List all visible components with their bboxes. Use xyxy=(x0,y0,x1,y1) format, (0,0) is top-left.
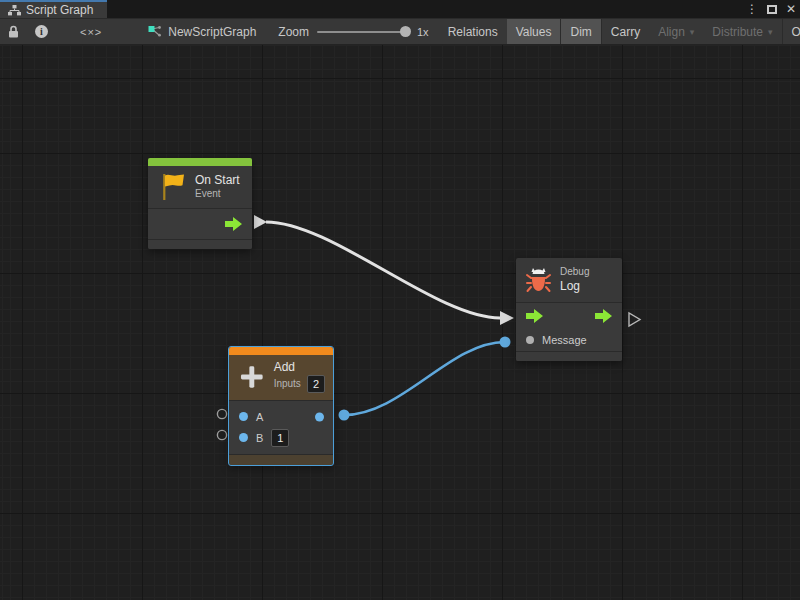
node-on-start[interactable]: On Start Event xyxy=(148,158,252,249)
node-footer xyxy=(229,455,333,465)
sum-output-port[interactable] xyxy=(315,412,324,421)
port-row-a: A xyxy=(229,406,333,427)
graph-canvas[interactable]: On Start Event Add xyxy=(0,45,800,600)
port-a-label: A xyxy=(256,411,263,423)
node-subtitle: Event xyxy=(195,188,240,201)
carry-button[interactable]: Carry xyxy=(602,19,649,44)
node-title: Add xyxy=(274,360,325,375)
info-button[interactable]: i xyxy=(27,19,56,44)
align-label: Align xyxy=(658,25,685,39)
zoom-value: 1x xyxy=(417,26,429,38)
distribute-dropdown[interactable]: Distribute ▾ xyxy=(703,19,781,44)
zoom-slider[interactable] xyxy=(317,31,409,33)
exec-output-unconnected-marker[interactable] xyxy=(629,313,640,326)
maximize-icon[interactable] xyxy=(767,5,777,14)
port-row-b: B 1 xyxy=(229,427,333,448)
node-header: On Start Event xyxy=(148,166,252,208)
overview-button[interactable]: Overview xyxy=(783,19,800,44)
node-ports xyxy=(148,208,252,240)
relations-button[interactable]: Relations xyxy=(439,19,507,44)
node-header: Add Inputs 2 xyxy=(229,355,333,400)
zoom-control: Zoom 1x xyxy=(266,19,436,44)
plus-icon xyxy=(239,364,265,390)
port-a-input[interactable] xyxy=(239,412,248,421)
exec-output-port[interactable] xyxy=(595,309,612,323)
node-footer xyxy=(148,240,252,249)
wires-layer xyxy=(0,45,800,600)
chevron-down-icon: ▾ xyxy=(768,27,773,37)
exec-output-port[interactable] xyxy=(225,217,242,231)
flag-icon xyxy=(160,172,186,201)
exec-output-connected-marker[interactable] xyxy=(254,215,267,229)
port-b-value-field[interactable]: 1 xyxy=(271,429,289,447)
value-output-connected-marker[interactable] xyxy=(339,410,350,421)
port-a-external-socket[interactable] xyxy=(217,409,226,418)
graph-hierarchy-icon xyxy=(8,5,21,16)
message-input-port[interactable] xyxy=(526,336,534,344)
carry-label: Carry xyxy=(611,25,640,39)
align-dropdown[interactable]: Align ▾ xyxy=(649,19,703,44)
close-icon[interactable]: ✕ xyxy=(786,3,796,15)
window-controls: ⋮ ✕ xyxy=(746,0,796,18)
tab-script-graph[interactable]: Script Graph xyxy=(0,0,107,18)
event-accent-bar xyxy=(148,158,252,166)
code-preview-button[interactable]: <×> xyxy=(56,19,126,44)
node-add[interactable]: Add Inputs 2 A B 1 xyxy=(229,347,333,465)
inputs-count-field[interactable]: 2 xyxy=(307,375,325,393)
inputs-label: Inputs xyxy=(274,378,301,391)
code-icon: <×> xyxy=(80,26,102,38)
node-surtitle: Debug xyxy=(560,266,589,279)
message-label: Message xyxy=(542,334,587,346)
lock-button[interactable] xyxy=(0,19,27,44)
distribute-label: Distribute xyxy=(712,25,763,39)
wire-arrowhead-icon xyxy=(500,311,514,325)
zoom-slider-handle[interactable] xyxy=(400,26,411,37)
message-port-row: Message xyxy=(516,329,622,351)
relations-label: Relations xyxy=(448,25,498,39)
math-accent-bar xyxy=(229,347,333,355)
node-ports: Message xyxy=(516,302,622,352)
bug-icon xyxy=(526,266,551,294)
wire-value-add-to-message[interactable] xyxy=(344,342,505,415)
tab-title: Script Graph xyxy=(26,3,93,17)
tab-bar: Script Graph ⋮ ✕ xyxy=(0,0,800,18)
value-input-connected-marker[interactable] xyxy=(500,337,511,348)
port-b-label: B xyxy=(256,432,263,444)
dim-label: Dim xyxy=(570,25,591,39)
node-header: Debug Log xyxy=(516,258,622,302)
exec-port-row xyxy=(516,303,622,329)
node-ports: A B 1 xyxy=(229,400,333,455)
info-icon: i xyxy=(35,25,48,38)
script-graph-asset-icon xyxy=(148,25,162,38)
node-footer xyxy=(516,352,622,361)
node-debug-log[interactable]: Debug Log Message xyxy=(516,258,622,361)
values-label: Values xyxy=(516,25,552,39)
graph-name: NewScriptGraph xyxy=(168,25,256,39)
port-b-external-socket[interactable] xyxy=(217,430,226,439)
chevron-down-icon: ▾ xyxy=(690,27,695,37)
script-graph-window: Script Graph ⋮ ✕ i <×> xyxy=(0,0,800,600)
dim-button[interactable]: Dim xyxy=(561,19,600,44)
graph-breadcrumb[interactable]: NewScriptGraph xyxy=(126,19,266,44)
values-button[interactable]: Values xyxy=(507,19,561,44)
lock-icon xyxy=(8,25,19,38)
node-title: On Start xyxy=(195,173,240,188)
node-title: Log xyxy=(560,279,589,294)
graph-toolbar: i <×> NewScriptGraph Zoom 1x Relati xyxy=(0,18,800,45)
toolbar-toggle-group: Relations Values Dim Carry Align ▾ Distr… xyxy=(439,19,800,44)
kebab-menu-icon[interactable]: ⋮ xyxy=(746,3,758,15)
port-b-input[interactable] xyxy=(239,433,248,442)
overview-label: Overview xyxy=(792,25,800,39)
exec-input-port[interactable] xyxy=(526,309,543,323)
zoom-label: Zoom xyxy=(278,25,309,39)
wire-exec-onstart-to-log[interactable] xyxy=(266,222,500,318)
